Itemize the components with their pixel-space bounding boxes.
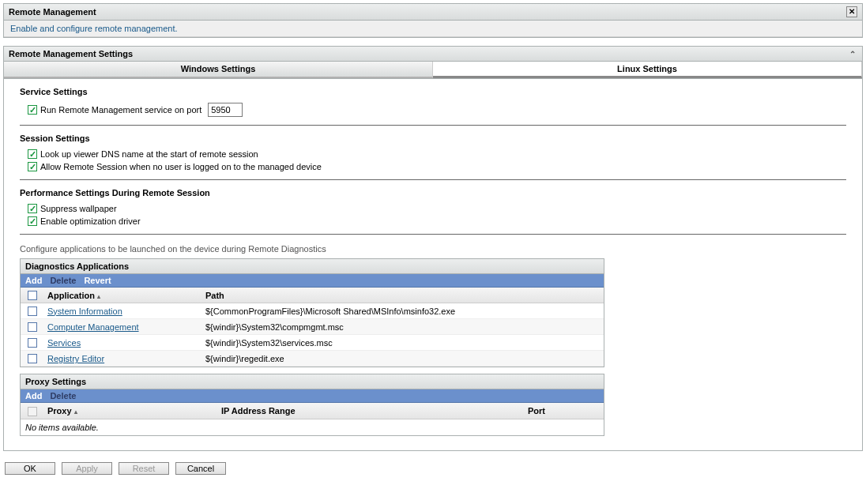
- tab-linux-settings[interactable]: Linux Settings: [433, 62, 862, 78]
- proxy-action-bar: Add Delete: [21, 389, 604, 403]
- row-checkbox[interactable]: [28, 322, 37, 332]
- dialog-button-row: OK Apply Reset Cancel: [3, 459, 863, 478]
- performance-settings-section: Performance Settings During Remote Sessi…: [20, 188, 846, 235]
- row-checkbox[interactable]: [28, 307, 37, 316]
- collapse-icon[interactable]: ⌃: [848, 50, 857, 58]
- close-icon[interactable]: ✕: [846, 6, 857, 17]
- remote-management-settings-panel: Remote Management Settings ⌃ Windows Set…: [3, 46, 863, 451]
- application-link[interactable]: Services: [47, 338, 81, 348]
- suppress-wallpaper-checkbox[interactable]: ✓: [28, 204, 37, 213]
- service-settings-heading: Service Settings: [20, 87, 846, 96]
- panel-description: Enable and configure remote management.: [4, 21, 862, 37]
- col-path[interactable]: Path: [202, 288, 604, 303]
- table-row: Computer Management${windir}\System32\co…: [21, 319, 604, 335]
- remote-management-header: Remote Management ✕: [4, 4, 862, 21]
- apply-button[interactable]: Apply: [62, 462, 112, 475]
- diag-revert-button[interactable]: Revert: [84, 276, 111, 285]
- lookup-dns-checkbox[interactable]: ✓: [28, 149, 37, 159]
- col-port[interactable]: Port: [525, 404, 604, 418]
- application-link[interactable]: System Information: [47, 307, 122, 316]
- optimization-driver-checkbox[interactable]: ✓: [28, 216, 37, 226]
- diag-delete-button[interactable]: Delete: [50, 276, 76, 285]
- application-link[interactable]: Registry Editor: [47, 354, 104, 363]
- proxy-grid-header: Proxy▴ IP Address Range Port: [21, 403, 604, 419]
- row-checkbox[interactable]: [28, 338, 37, 348]
- run-service-label: Run Remote Management service on port: [40, 105, 201, 115]
- allow-session-checkbox[interactable]: ✓: [28, 162, 37, 171]
- application-path: ${windir}\System32\services.msc: [202, 336, 604, 350]
- col-application[interactable]: Application: [47, 291, 95, 300]
- session-settings-heading: Session Settings: [20, 134, 846, 143]
- sort-icon: ▴: [74, 408, 77, 416]
- service-port-input[interactable]: [208, 103, 243, 117]
- application-path: ${windir}\regedit.exe: [202, 352, 604, 366]
- allow-session-label: Allow Remote Session when no user is log…: [40, 162, 322, 171]
- service-settings-section: Service Settings ✓ Run Remote Management…: [20, 87, 846, 126]
- reset-button[interactable]: Reset: [119, 462, 169, 475]
- diag-select-all-checkbox[interactable]: [28, 291, 37, 300]
- settings-title: Remote Management Settings: [9, 49, 133, 58]
- proxy-settings-panel: Proxy Settings Add Delete Proxy▴ IP Addr…: [20, 374, 604, 435]
- ok-button[interactable]: OK: [5, 462, 55, 475]
- table-row: Registry Editor${windir}\regedit.exe: [21, 351, 604, 367]
- application-link[interactable]: Computer Management: [47, 322, 139, 332]
- performance-settings-heading: Performance Settings During Remote Sessi…: [20, 188, 846, 197]
- lookup-dns-label: Look up viewer DNS name at the start of …: [40, 149, 258, 159]
- settings-content: Service Settings ✓ Run Remote Management…: [4, 79, 862, 450]
- session-settings-section: Session Settings ✓ Look up viewer DNS na…: [20, 134, 846, 180]
- remote-management-panel: Remote Management ✕ Enable and configure…: [3, 3, 863, 38]
- col-proxy[interactable]: Proxy: [47, 406, 72, 416]
- diagnostics-applications-panel: Diagnostics Applications Add Delete Reve…: [20, 258, 604, 367]
- run-service-checkbox[interactable]: ✓: [28, 105, 37, 115]
- application-path: ${windir}\System32\compmgmt.msc: [202, 320, 604, 334]
- optimization-driver-label: Enable optimization driver: [40, 216, 141, 226]
- col-ip-range[interactable]: IP Address Range: [218, 404, 525, 418]
- diagnostics-action-bar: Add Delete Revert: [21, 274, 604, 288]
- table-row: System Information${CommonProgramFiles}\…: [21, 303, 604, 319]
- proxy-add-button[interactable]: Add: [25, 391, 42, 401]
- panel-title: Remote Management: [9, 7, 96, 17]
- tab-windows-settings[interactable]: Windows Settings: [4, 62, 433, 78]
- diagnostics-grid-header: Application▴ Path: [21, 288, 604, 303]
- os-tabs: Windows Settings Linux Settings: [4, 62, 862, 79]
- proxy-empty-message: No items available.: [21, 419, 604, 435]
- proxy-select-all-checkbox[interactable]: [28, 407, 37, 416]
- table-row: Services${windir}\System32\services.msc: [21, 335, 604, 351]
- suppress-wallpaper-label: Suppress wallpaper: [40, 204, 117, 213]
- sort-icon: ▴: [97, 293, 100, 300]
- row-checkbox[interactable]: [28, 354, 37, 363]
- diag-add-button[interactable]: Add: [25, 276, 42, 285]
- diagnostics-panel-title: Diagnostics Applications: [21, 259, 604, 274]
- proxy-panel-title: Proxy Settings: [21, 374, 604, 389]
- cancel-button[interactable]: Cancel: [175, 462, 226, 475]
- settings-header: Remote Management Settings ⌃: [4, 47, 862, 62]
- diagnostics-description: Configure applications to be launched on…: [20, 243, 846, 258]
- proxy-delete-button[interactable]: Delete: [50, 391, 76, 401]
- application-path: ${CommonProgramFiles}\Microsoft Shared\M…: [202, 304, 604, 318]
